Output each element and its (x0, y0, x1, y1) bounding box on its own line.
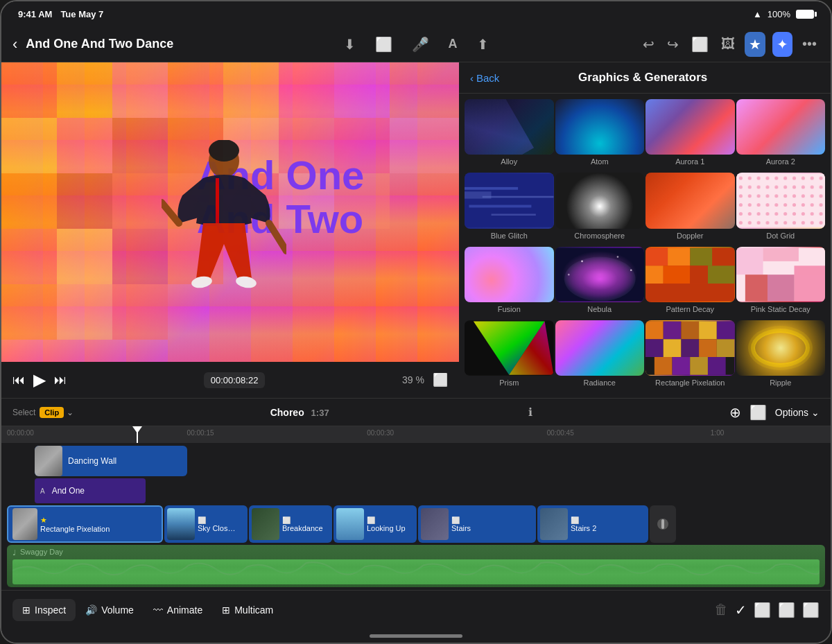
inspect-icon: ⊞ (22, 604, 31, 616)
toolbar-left: ‹ And One And Two Dance (12, 35, 341, 53)
timeline-section: Select Clip ⌄ Choreo 1:37 ℹ ⊕ ⬜ Options … (1, 398, 831, 590)
bottom-toolbar: ⊞ Inspect 🔊 Volume 〰 Animate ⊞ Multicam … (1, 590, 831, 629)
panel-back-button[interactable]: ‹ Back (470, 72, 499, 84)
share-icon[interactable]: ⬆ (474, 33, 492, 55)
volume-button[interactable]: 🔊 Volume (76, 599, 144, 621)
options-button[interactable]: Options ⌄ (775, 407, 820, 418)
svg-rect-29 (57, 284, 112, 340)
thumb-patterndecay (645, 247, 735, 302)
generators-icon[interactable]: ★ (745, 32, 765, 57)
grid-item-ripple[interactable]: Ripple (736, 320, 826, 392)
clip-looking-up[interactable]: ⬜ Looking Up (333, 505, 417, 543)
stairs-label: Stairs (451, 524, 471, 532)
go-to-start-button[interactable]: ⏮ (12, 373, 25, 388)
clip-sky-close[interactable]: ⬜ Sky Close-... (164, 505, 248, 543)
play-button[interactable]: ▶ (33, 370, 46, 390)
svg-rect-76 (699, 322, 717, 340)
clip-rect-pixelation[interactable]: ★ Rectangle Pixelation (7, 505, 163, 543)
photos-icon[interactable]: 🖼 (718, 33, 738, 55)
svg-rect-82 (717, 339, 735, 357)
mic-icon[interactable]: 🎤 (409, 33, 432, 55)
clip-dancing-wall[interactable]: Dancing Wall (35, 446, 187, 476)
main-track: ★ Rectangle Pixelation ⬜ Sky Close-... ⬜… (7, 505, 825, 543)
grid-item-fusion[interactable]: Fusion (465, 247, 554, 319)
captions-icon[interactable]: ⬜ (688, 33, 711, 55)
break-thumb (252, 508, 279, 540)
tracks-area: Dancing Wall A And One ★ Rectangle Pixel… (1, 443, 831, 590)
thumb-blueglitch (465, 173, 554, 228)
camera-icon[interactable]: ⬜ (372, 33, 395, 55)
thumb-aurora1 (645, 99, 735, 155)
grid-item-alloy[interactable]: Alloy (465, 99, 554, 171)
multicam-button[interactable]: ⊞ Multicam (212, 599, 283, 621)
grid-item-pinkstatic[interactable]: Pink Static Decay (736, 247, 826, 319)
clip-breakdance[interactable]: ⬜ Breakdance (249, 505, 332, 543)
grid-item-nebula[interactable]: Nebula (555, 247, 645, 319)
ruler-mark-45: 00:00:45 (547, 429, 574, 437)
svg-rect-75 (681, 322, 699, 340)
grid-item-dotgrid[interactable]: Dot Grid (736, 173, 826, 245)
grid-item-chromosphere[interactable]: Chromosphere (555, 173, 645, 245)
svg-rect-56 (690, 247, 712, 266)
clip-stairs2[interactable]: ⬜ Stairs 2 (537, 505, 648, 543)
split-action-icon[interactable]: ⬜ (754, 602, 771, 618)
back-button[interactable]: ‹ (12, 35, 17, 53)
choreo-info-icon[interactable]: ℹ (528, 406, 532, 419)
text-icon[interactable]: A (446, 34, 460, 54)
delete-icon[interactable]: 🗑 (714, 602, 728, 618)
thumb-doppler (645, 173, 735, 228)
stairs2-thumb (540, 508, 568, 540)
confirm-icon[interactable]: ✓ (735, 602, 747, 618)
svg-rect-78 (645, 339, 664, 357)
svg-rect-79 (664, 339, 682, 357)
thumb-aurora2 (736, 99, 826, 155)
grid-item-aurora1[interactable]: Aurora 1 (645, 99, 735, 171)
battery-icon (796, 10, 814, 19)
status-date: Tue May 7 (60, 9, 103, 19)
grid-item-radiance[interactable]: Radiance (555, 320, 645, 392)
download-icon[interactable]: ⬇ (341, 33, 358, 55)
go-to-end-button[interactable]: ⏭ (54, 373, 67, 388)
grid-item-rectpixel[interactable]: Rectangle Pixelation (645, 320, 735, 392)
animate-button[interactable]: 〰 Animate (144, 599, 212, 621)
trim-icon[interactable]: ⬜ (749, 404, 767, 421)
undo-icon[interactable]: ↩ (640, 33, 657, 55)
split-icon[interactable]: ⊕ (729, 404, 741, 421)
status-left: 9:41 AM Tue May 7 (18, 9, 103, 19)
back-chevron-icon: ‹ (470, 72, 474, 84)
inspect-button[interactable]: ⊞ Inspect (12, 599, 76, 621)
arrange-icon[interactable]: ⬜ (778, 602, 795, 618)
svg-point-32 (209, 140, 239, 162)
svg-rect-30 (112, 284, 168, 340)
grid-item-doppler[interactable]: Doppler (645, 173, 735, 245)
detach-icon[interactable]: ⬜ (802, 602, 820, 618)
grid-item-prism[interactable]: Prism (465, 320, 554, 392)
svg-rect-63 (736, 247, 763, 275)
svg-rect-83 (655, 357, 673, 375)
svg-rect-60 (690, 266, 708, 284)
break-icon: ⬜ (282, 516, 323, 524)
svg-line-36 (162, 202, 179, 223)
grid-label-fusion: Fusion (498, 305, 521, 313)
choreo-duration: 1:37 (311, 408, 329, 418)
svg-rect-84 (673, 357, 691, 375)
clip-badge[interactable]: Clip (40, 407, 64, 418)
redo-icon[interactable]: ↪ (664, 33, 682, 55)
svg-rect-85 (690, 357, 708, 375)
svg-rect-25 (57, 229, 112, 284)
clip-and-one[interactable]: A And One (35, 478, 146, 503)
aspect-ratio-button[interactable]: ⬜ (433, 372, 448, 388)
magic-icon[interactable]: ✦ (772, 32, 792, 57)
clip-chevron: ⌄ (67, 408, 73, 417)
grid-item-blueglitch[interactable]: Blue Glitch (465, 173, 554, 245)
grid-label-aurora1: Aurora 1 (675, 157, 704, 166)
status-bar: 9:41 AM Tue May 7 ▲ 100% (1, 1, 831, 26)
more-icon[interactable]: ••• (799, 33, 820, 55)
break-label: Breakdance (282, 524, 323, 532)
grid-item-aurora2[interactable]: Aurora 2 (736, 99, 826, 171)
clip-stairs[interactable]: ⬜ Stairs (418, 505, 536, 543)
upper-tracks: Dancing Wall A And One (35, 446, 825, 503)
grid-item-patterndecay[interactable]: Pattern Decay (645, 247, 735, 319)
options-chevron-icon: ⌄ (811, 407, 820, 418)
grid-item-atom[interactable]: Atom (555, 99, 645, 171)
